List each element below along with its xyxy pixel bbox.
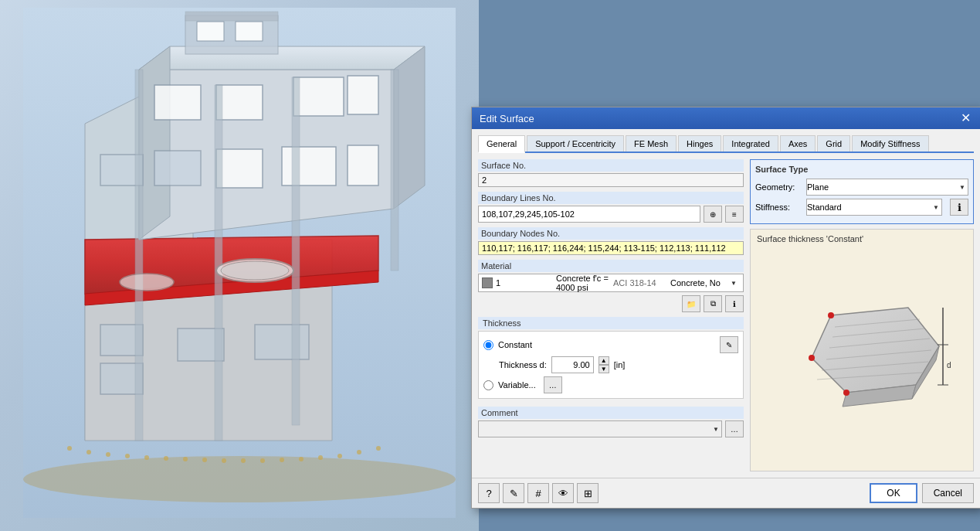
tab-hinges[interactable]: Hinges <box>678 135 721 151</box>
thickness-body: Constant ✎ Thickness d: ▲ ▼ <box>478 331 744 399</box>
boundary-nodes-input[interactable] <box>478 241 744 255</box>
material-desc1: Concrete f'c = 4000 psi <box>556 274 610 292</box>
tab-grid[interactable]: Grid <box>817 135 850 151</box>
material-color-box <box>482 277 493 288</box>
geometry-label: Geometry: <box>755 182 802 192</box>
material-label: Material <box>478 260 744 272</box>
tab-bar: General Support / Eccentricity FE Mesh H… <box>478 135 974 153</box>
dialog-body: General Support / Eccentricity FE Mesh H… <box>472 129 980 478</box>
thickness-d-input[interactable] <box>551 356 594 373</box>
material-copy-btn[interactable]: ⧉ <box>704 295 722 312</box>
geometry-select[interactable]: Plane Quadrangle Nurbs <box>806 179 968 196</box>
numbering-btn[interactable]: # <box>527 483 549 503</box>
bottom-toolbar: ? ✎ # 👁 ⊞ OK Cancel <box>472 478 980 508</box>
thickness-header: Thickness <box>478 317 744 329</box>
left-panel: Surface No. Boundary Lines No. ⊕ ≡ <box>478 159 744 471</box>
constant-radio[interactable] <box>483 340 493 350</box>
material-group: Material 1 Concrete f'c = 4000 psi ACI 3… <box>478 260 744 312</box>
boundary-lines-group: Boundary Lines No. ⊕ ≡ <box>478 192 744 223</box>
boundary-lines-row: ⊕ ≡ <box>478 206 744 223</box>
constant-label: Constant <box>498 340 532 349</box>
material-browse-btn[interactable]: 📁 <box>682 295 700 312</box>
surface-no-label: Surface No. <box>478 159 744 172</box>
stiffness-row: Stiffness: Standard Membrane Without Mem… <box>755 199 968 216</box>
tab-general[interactable]: General <box>478 135 525 153</box>
variable-btn[interactable]: … <box>544 376 562 393</box>
comment-btn[interactable]: … <box>725 420 744 437</box>
geometry-row: Geometry: Plane Quadrangle Nurbs <box>755 179 968 196</box>
right-panel: Surface Type Geometry: Plane Quadrangle … <box>750 159 974 471</box>
stiffness-label: Stiffness: <box>755 203 802 212</box>
material-actions: 📁 ⧉ ℹ <box>478 295 744 312</box>
variable-radio[interactable] <box>483 380 493 390</box>
material-info-btn[interactable]: ℹ <box>725 295 744 312</box>
boundary-nodes-label: Boundary Nodes No. <box>478 227 744 240</box>
dialog-titlebar: Edit Surface ✕ <box>472 107 980 129</box>
constant-row: Constant ✎ <box>483 336 738 353</box>
tab-support-eccentricity[interactable]: Support / Eccentricity <box>527 135 624 151</box>
layout-btn[interactable]: ⊞ <box>577 483 599 503</box>
thickness-up-btn[interactable]: ▲ <box>599 356 609 365</box>
surface-no-group: Surface No. <box>478 159 744 187</box>
tab-fe-mesh[interactable]: FE Mesh <box>626 135 677 151</box>
svg-point-60 <box>828 312 834 318</box>
ok-button[interactable]: OK <box>870 483 917 503</box>
tab-modify-stiffness[interactable]: Modify Stiffness <box>852 135 928 151</box>
svg-point-62 <box>843 390 849 396</box>
svg-point-61 <box>809 355 815 361</box>
material-number: 1 <box>496 278 550 288</box>
thickness-unit: [in] <box>614 360 626 369</box>
surface-type-title: Surface Type <box>755 165 968 174</box>
comment-row: … <box>478 420 744 437</box>
variable-row: Variable... … <box>483 376 738 393</box>
dialog-main-content: Surface No. Boundary Lines No. ⊕ ≡ <box>478 159 974 471</box>
toolbar-left: ? ✎ # 👁 ⊞ <box>478 483 599 503</box>
close-button[interactable]: ✕ <box>959 112 972 124</box>
surface-type-box: Surface Type Geometry: Plane Quadrangle … <box>750 159 974 224</box>
material-row: 1 Concrete f'c = 4000 psi ACI 318-14 Con… <box>478 274 744 292</box>
thickness-d-row: Thickness d: ▲ ▼ [in] <box>483 356 738 373</box>
dialog-title: Edit Surface <box>480 113 534 124</box>
edit-surface-dialog: Edit Surface ✕ General Support / Eccentr… <box>471 107 980 509</box>
stiffness-info-btn[interactable]: ℹ <box>950 199 968 216</box>
material-type-select-wrapper: Concrete, No <box>670 274 740 291</box>
stiffness-select-wrapper: Standard Membrane Without Membrane Tensi… <box>806 199 942 216</box>
comment-select-wrapper <box>478 420 722 437</box>
comment-select[interactable] <box>478 420 722 437</box>
svg-text:d: d <box>947 361 951 369</box>
thickness-edit-btn[interactable]: ✎ <box>720 336 738 353</box>
geometry-select-wrapper: Plane Quadrangle Nurbs <box>806 179 968 196</box>
thickness-group: Thickness Constant ✎ Thickness d: <box>478 317 744 399</box>
bottom-right-btns: OK Cancel <box>870 483 974 503</box>
comment-label: Comment <box>478 407 744 419</box>
thickness-d-label: Thickness d: <box>499 360 547 369</box>
surface-preview-svg: d <box>769 284 955 416</box>
thickness-spinner: ▲ ▼ <box>599 356 609 373</box>
view-btn[interactable]: 👁 <box>552 483 574 503</box>
boundary-lines-list-btn[interactable]: ≡ <box>725 206 744 223</box>
tab-axes[interactable]: Axes <box>780 135 816 151</box>
stiffness-select[interactable]: Standard Membrane Without Membrane Tensi… <box>806 199 942 216</box>
material-desc2: ACI 318-14 <box>613 278 667 288</box>
edit-btn[interactable]: ✎ <box>503 483 524 503</box>
surface-thickness-info: Surface thickness 'Constant' <box>757 234 863 243</box>
surface-no-input[interactable] <box>478 173 744 187</box>
dialog-backdrop: Edit Surface ✕ General Support / Eccentr… <box>0 0 980 531</box>
cancel-button[interactable]: Cancel <box>922 483 974 503</box>
material-type-select[interactable]: Concrete, No <box>670 274 740 291</box>
surface-preview: Surface thickness 'Constant' <box>750 229 974 471</box>
comment-group: Comment … <box>478 407 744 437</box>
variable-label: Variable... <box>498 380 536 390</box>
boundary-lines-input[interactable] <box>478 206 700 223</box>
boundary-lines-pick-btn[interactable]: ⊕ <box>704 206 722 223</box>
boundary-lines-label: Boundary Lines No. <box>478 192 744 204</box>
help-btn[interactable]: ? <box>478 483 500 503</box>
tab-integrated[interactable]: Integrated <box>723 135 778 151</box>
boundary-nodes-group: Boundary Nodes No. <box>478 227 744 255</box>
thickness-down-btn[interactable]: ▼ <box>599 365 609 373</box>
